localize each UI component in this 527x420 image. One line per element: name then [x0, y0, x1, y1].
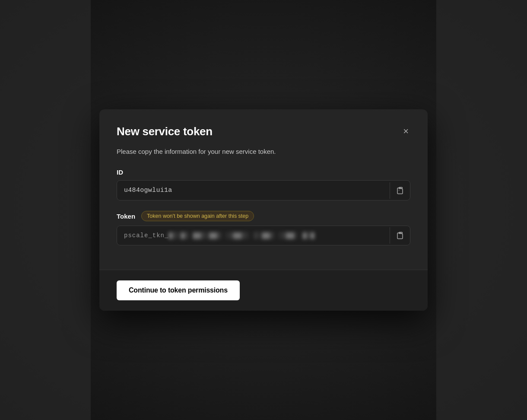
modal-dialog: New service token × Please copy the info… [99, 109, 428, 311]
modal-header: New service token × [117, 125, 410, 138]
modal-footer: Continue to token permissions [99, 270, 428, 311]
bg-blur-right [436, 0, 527, 420]
clipboard-icon [396, 187, 404, 194]
token-field-container: pscale_tkn_▓▒░▓▒ ▓▓▒░▓▓▒ ░▒▓▓▒░ ▒░▓▓▒ ░▒… [117, 226, 410, 245]
copy-token-button[interactable] [390, 227, 410, 244]
id-field-container [117, 180, 410, 200]
modal-title: New service token [117, 125, 213, 138]
bg-blur-left [0, 0, 91, 420]
copy-id-button[interactable] [390, 182, 410, 199]
modal-description: Please copy the information for your new… [117, 147, 410, 157]
close-button[interactable]: × [401, 125, 410, 138]
token-warning-badge: Token won't be shown again after this st… [141, 211, 254, 221]
id-input-row [117, 180, 410, 200]
modal-body: New service token × Please copy the info… [99, 109, 428, 270]
id-label: ID [117, 169, 410, 176]
continue-button[interactable]: Continue to token permissions [117, 280, 240, 300]
token-prefix: pscale_tkn_ [124, 232, 168, 239]
token-label: Token [117, 213, 135, 220]
token-input-row: pscale_tkn_▓▒░▓▒ ▓▓▒░▓▓▒ ░▒▓▓▒░ ▒░▓▓▒ ░▒… [117, 226, 410, 245]
token-label-row: Token Token won't be shown again after t… [117, 211, 410, 221]
id-input[interactable] [117, 181, 390, 200]
token-display: pscale_tkn_▓▒░▓▒ ▓▓▒░▓▓▒ ░▒▓▓▒░ ▒░▓▓▒ ░▒… [117, 226, 390, 245]
footer-container: Continue to token permissions [117, 280, 410, 300]
modal-wrapper: New service token × Please copy the info… [99, 109, 428, 311]
token-blurred-value: ▓▒░▓▒ ▓▓▒░▓▓▒ ░▒▓▓▒░ ▒░▓▓▒ ░▒▓▓░ ▓▒▓ [168, 232, 314, 239]
clipboard-icon-token [396, 232, 404, 239]
